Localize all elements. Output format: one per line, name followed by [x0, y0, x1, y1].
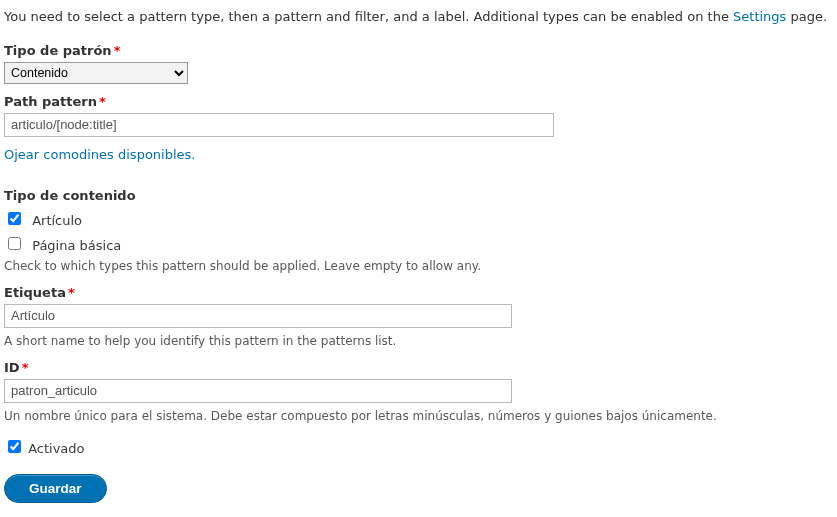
save-button[interactable]: Guardar	[4, 474, 107, 503]
intro-before: You need to select a pattern type, then …	[4, 9, 733, 24]
etiqueta-input[interactable]	[4, 304, 512, 328]
required-marker: *	[22, 360, 29, 375]
required-marker: *	[68, 285, 75, 300]
content-type-pagina-checkbox[interactable]	[8, 237, 21, 250]
pattern-type-select[interactable]: Contenido	[4, 62, 188, 84]
browse-tokens-link[interactable]: Ojear comodines disponibles.	[4, 147, 195, 162]
content-type-articulo-checkbox[interactable]	[8, 212, 21, 225]
path-pattern-label: Path pattern*	[4, 94, 833, 109]
id-label: ID*	[4, 360, 833, 375]
pattern-type-label: Tipo de patrón*	[4, 43, 833, 58]
enabled-checkbox[interactable]	[8, 440, 21, 453]
content-type-pagina-label: Página básica	[32, 238, 121, 253]
id-description: Un nombre único para el sistema. Debe es…	[4, 409, 833, 423]
intro-after: page.	[786, 9, 827, 24]
path-pattern-input[interactable]	[4, 113, 554, 137]
required-marker: *	[99, 94, 106, 109]
content-type-description: Check to which types this pattern should…	[4, 259, 833, 273]
settings-link[interactable]: Settings	[733, 9, 786, 24]
content-type-label: Tipo de contenido	[4, 188, 833, 203]
required-marker: *	[114, 43, 121, 58]
id-input[interactable]	[4, 379, 512, 403]
etiqueta-description: A short name to help you identify this p…	[4, 334, 833, 348]
enabled-label: Activado	[28, 441, 84, 456]
etiqueta-label: Etiqueta*	[4, 285, 833, 300]
content-type-articulo-label: Artículo	[32, 213, 82, 228]
intro-text: You need to select a pattern type, then …	[4, 8, 833, 27]
